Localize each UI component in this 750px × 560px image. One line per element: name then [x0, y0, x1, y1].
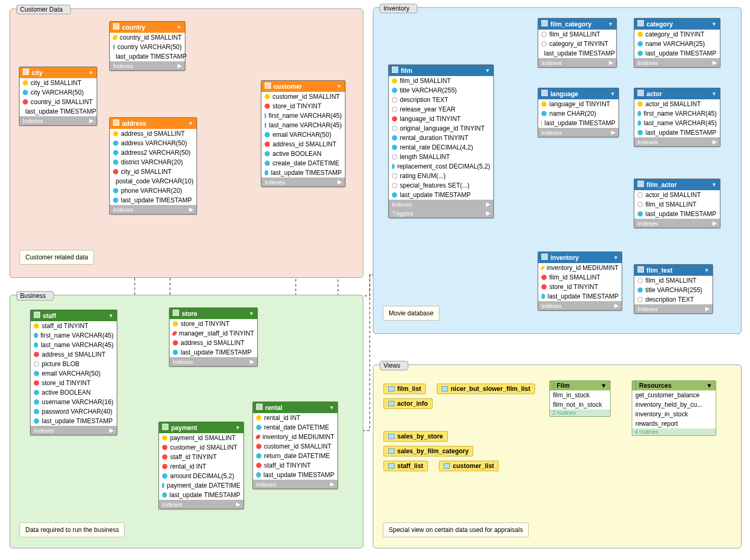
view-button-actor-info[interactable]: actor_info: [383, 398, 433, 409]
column-label: rental_id INT: [170, 463, 207, 470]
chevron-down-icon: ▼: [711, 21, 717, 27]
column-label: store_id TINYINT: [42, 379, 90, 387]
routine-group-resources[interactable]: Resources▼ get_customer_balance inventor…: [632, 380, 716, 436]
column-row: create_date DATETIME: [261, 158, 345, 168]
table-film-category[interactable]: film_category▼ film_id SMALLINTcategory_…: [538, 18, 617, 68]
routine-group-film[interactable]: Film▼ film_in_stock film_not_in_stock 2 …: [549, 380, 611, 417]
column-row: last_name VARCHAR(45): [31, 340, 117, 350]
table-film[interactable]: film▼ film_id SMALLINTtitle VARCHAR(255)…: [388, 64, 494, 218]
column-row: store_id TINYINT: [170, 319, 257, 329]
col-icon: [33, 360, 40, 368]
column-row: description TEXT: [389, 95, 493, 105]
idx-icon: [162, 492, 167, 498]
column-row: category_id TINYINT: [634, 30, 720, 39]
pk-icon: [112, 130, 119, 137]
table-inventory[interactable]: inventory▼ inventory_id MEDIUMINTfilm_id…: [538, 251, 622, 311]
idx-icon: [34, 409, 39, 414]
chevron-down-icon: ▼: [235, 425, 240, 431]
idx-icon: [23, 90, 28, 95]
column-label: description TEXT: [645, 296, 694, 303]
col-icon: [391, 96, 398, 104]
col-icon: [391, 106, 398, 113]
column-row: description TEXT: [634, 295, 712, 304]
view-button-staff-list[interactable]: staff_list: [383, 461, 428, 471]
view-button-customer-list[interactable]: customer_list: [439, 461, 499, 471]
table-country[interactable]: country▼ country_id SMALLINTcountry VARC…: [109, 21, 185, 71]
column-row: last_update TIMESTAMP: [538, 292, 622, 301]
table-film-category-title: film_category: [550, 21, 592, 28]
column-row: film_id SMALLINT: [389, 76, 493, 86]
routine-item: inventory_held_by_cu...: [632, 400, 716, 409]
chevron-down-icon: ▼: [711, 91, 717, 97]
fk-icon: [161, 463, 168, 470]
idx-icon: [113, 141, 118, 146]
table-rental-indexes[interactable]: Indexes▶: [253, 480, 338, 489]
table-actor-indexes[interactable]: Indexes▶: [634, 137, 720, 146]
routine-item: film_not_in_stock: [550, 400, 610, 409]
column-row: address VARCHAR(50): [110, 138, 196, 148]
table-rental-title: rental: [265, 404, 283, 412]
view-button-nicer-but-slower-film-list[interactable]: nicer_but_slower_film_list: [437, 384, 535, 394]
chevron-down-icon: ▼: [610, 91, 615, 97]
column-row: title VARCHAR(255): [389, 86, 493, 95]
table-language-indexes[interactable]: Indexes▶: [538, 128, 618, 137]
table-staff-indexes[interactable]: Indexes▶: [31, 426, 117, 435]
table-category-indexes[interactable]: Indexes▶: [634, 58, 720, 67]
chevron-down-icon: ▼: [613, 255, 618, 260]
column-label: rental_duration TINYINT: [400, 134, 468, 142]
table-customer[interactable]: customer▼ customer_id SMALLINTstore_id T…: [261, 80, 345, 187]
table-staff[interactable]: staff▼ staff_id TINYINTfirst_name VARCHA…: [30, 310, 117, 435]
table-film-actor[interactable]: film_actor▼ actor_id SMALLINTfilm_id SMA…: [634, 179, 720, 228]
column-label: description TEXT: [400, 96, 448, 104]
column-label: city_id SMALLINT: [121, 168, 172, 175]
table-inventory-indexes[interactable]: Indexes▶: [538, 301, 622, 310]
idx-icon: [638, 287, 643, 293]
table-film-actor-indexes[interactable]: Indexes▶: [634, 219, 720, 228]
view-button-sales-by-film-category[interactable]: sales_by_film_category: [383, 446, 473, 456]
region-business-note: Data required to run the business: [20, 522, 125, 537]
table-film-text-indexes[interactable]: Indexes▶: [634, 304, 712, 313]
table-address-indexes[interactable]: Indexes▶: [110, 205, 196, 214]
table-country-indexes[interactable]: Indexes▶: [110, 61, 185, 70]
table-city-title: city: [32, 69, 43, 77]
table-actor-columns: actor_id SMALLINTfirst_name VARCHAR(45)l…: [634, 99, 720, 137]
column-row: rental_id INT: [253, 413, 338, 423]
table-film-category-indexes[interactable]: Indexes▶: [538, 58, 616, 67]
table-rental[interactable]: rental▼ rental_id INTrental_date DATETIM…: [252, 402, 338, 489]
table-address[interactable]: address▼ address_id SMALLINTaddress VARC…: [109, 117, 197, 214]
routine-group-film-title: Film: [557, 382, 570, 389]
pk-icon: [391, 77, 398, 85]
column-label: payment_date DATETIME: [167, 482, 240, 489]
table-actor[interactable]: actor▼ actor_id SMALLINTfirst_name VARCH…: [634, 88, 720, 147]
table-payment[interactable]: payment▼ payment_id SMALLINTcustomer_id …: [158, 422, 244, 509]
table-store-indexes[interactable]: Indexes▶: [170, 357, 257, 366]
idx-icon: [392, 88, 397, 93]
table-city-indexes[interactable]: Indexes▶: [20, 116, 97, 125]
table-language[interactable]: language▼ language_id TINYINTname CHAR(2…: [538, 88, 619, 137]
view-button-sales-by-store[interactable]: sales_by_store: [383, 431, 448, 442]
table-film-indexes[interactable]: Indexes▶: [389, 200, 493, 209]
column-label: last_update TIMESTAMP: [645, 210, 716, 218]
fk-icon: [161, 453, 168, 461]
table-film-text[interactable]: film_text▼ film_id SMALLINTtitle VARCHAR…: [634, 264, 713, 314]
table-actor-title: actor: [646, 90, 662, 98]
column-row: actor_id SMALLINT: [634, 99, 720, 109]
view-button-film-list[interactable]: film_list: [383, 384, 426, 394]
column-label: address2 VARCHAR(50): [121, 149, 191, 156]
table-category[interactable]: category▼ category_id TINYINTname VARCHA…: [634, 18, 720, 68]
table-film-triggers[interactable]: Triggers▶: [389, 209, 493, 218]
table-payment-indexes[interactable]: Indexes▶: [159, 500, 243, 509]
column-label: username VARCHAR(16): [42, 398, 114, 406]
column-row: last_update TIMESTAMP: [389, 190, 493, 200]
col-icon: [391, 125, 398, 132]
column-row: district VARCHAR(20): [110, 157, 196, 167]
table-store-title: store: [182, 310, 197, 318]
table-city[interactable]: city▼ city_id SMALLINTcity VARCHAR(50)co…: [19, 67, 97, 126]
table-customer-indexes[interactable]: Indexes▶: [261, 178, 345, 186]
column-label: film_id SMALLINT: [549, 274, 601, 281]
table-store[interactable]: store▼ store_id TINYINTmanager_staff_id …: [169, 307, 258, 367]
column-label: name VARCHAR(25): [645, 40, 705, 48]
column-row: language_id TINYINT: [389, 114, 493, 124]
table-language-columns: language_id TINYINTname CHAR(20)last_upd…: [538, 99, 618, 128]
routine-group-resources-footer: 4 routines: [632, 428, 716, 435]
